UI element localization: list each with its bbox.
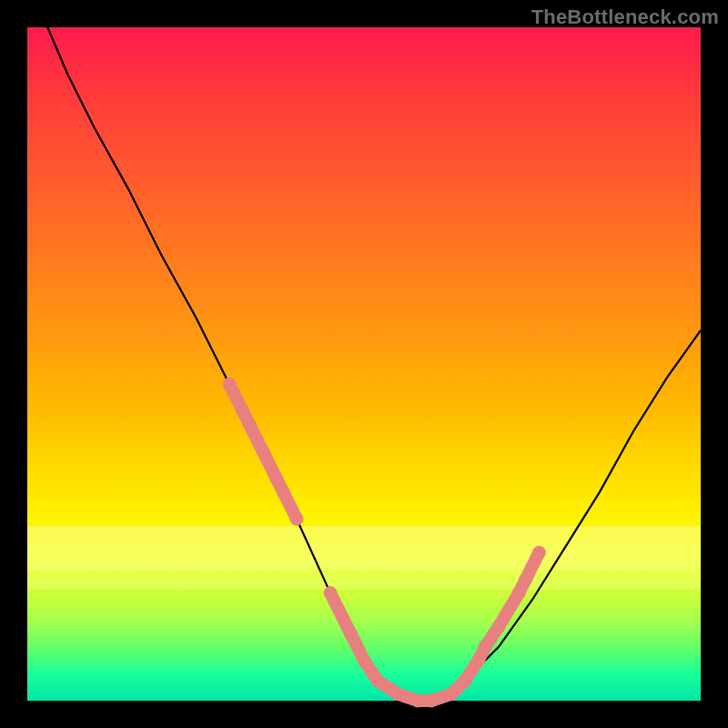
marker-dot xyxy=(532,546,545,559)
chart-frame: TheBottleneck.com xyxy=(0,0,728,728)
marker-dot xyxy=(290,512,303,525)
plot-area xyxy=(27,27,701,701)
main-curve xyxy=(47,27,701,701)
watermark-text: TheBottleneck.com xyxy=(531,5,719,29)
marker-layer xyxy=(223,378,545,707)
chart-svg xyxy=(27,27,701,701)
